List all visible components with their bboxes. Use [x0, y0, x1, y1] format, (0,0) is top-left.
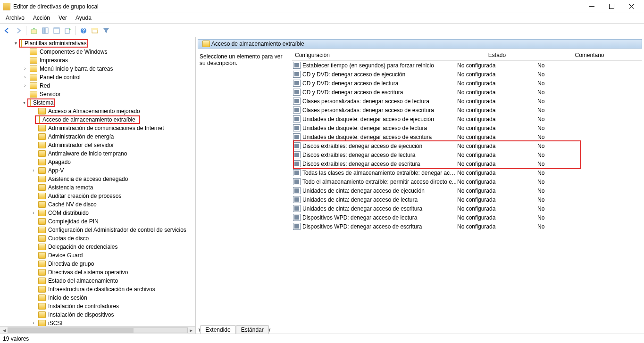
tab-estandar[interactable]: Estándar: [236, 325, 269, 334]
tree-item[interactable]: ▾Sistema: [0, 98, 195, 107]
cell-estado: No configurada: [457, 214, 537, 221]
details-header: Acceso de almacenamiento extraíble: [198, 39, 642, 49]
properties-button[interactable]: [51, 25, 62, 36]
tree-item[interactable]: Administración de energía: [0, 132, 195, 141]
tree-item[interactable]: Complejidad de PIN: [0, 217, 195, 226]
tree-item[interactable]: Configuración del Administrador de contr…: [0, 226, 195, 234]
tree-item[interactable]: Infraestructura de clasificación de arch…: [0, 285, 195, 294]
expand-icon[interactable]: ›: [30, 167, 37, 174]
tree-item[interactable]: Apagado: [0, 158, 195, 166]
forward-button[interactable]: [13, 25, 24, 36]
policy-icon: [293, 142, 301, 149]
col-configuracion[interactable]: Configuración: [292, 50, 457, 61]
policy-row[interactable]: Unidades de cinta: denegar acceso de lec…: [292, 195, 642, 204]
policy-row[interactable]: Todas las clases de almacenamiento extra…: [292, 168, 642, 177]
policy-row[interactable]: Discos extraíbles: denegar acceso de esc…: [292, 159, 642, 168]
tree-item[interactable]: Acceso de almacenamiento extraíble: [0, 115, 195, 124]
policy-icon: [293, 223, 301, 230]
policy-row[interactable]: CD y DVD: denegar acceso de escrituraNo …: [292, 88, 642, 97]
help-button[interactable]: ?: [78, 25, 89, 36]
back-button[interactable]: [2, 25, 12, 36]
expand-icon[interactable]: ›: [30, 320, 37, 326]
tree-item-label: Delegación de credenciales: [47, 244, 118, 250]
cell-estado: No configurada: [457, 179, 537, 185]
policy-row[interactable]: Unidades de cinta: denegar acceso de eje…: [292, 186, 642, 195]
tree-item[interactable]: Antimalware de inicio temprano: [0, 149, 195, 158]
tree-item[interactable]: ›Menú Inicio y barra de tareas: [0, 65, 195, 73]
close-button[interactable]: [621, 0, 641, 13]
menu-ayuda[interactable]: Ayuda: [72, 14, 95, 22]
minimize-button[interactable]: [582, 0, 602, 13]
filter-button[interactable]: [101, 25, 111, 36]
tree-item[interactable]: Directivas del sistema operativo: [0, 268, 195, 277]
tree-item[interactable]: Servidor: [0, 90, 195, 98]
tree-item[interactable]: Asistencia remota: [0, 183, 195, 192]
policy-row[interactable]: CD y DVD: denegar acceso de ejecuciónNo …: [292, 70, 642, 79]
cell-estado: No configurada: [457, 143, 537, 149]
tree[interactable]: ▾Plantillas administrativasComponentes d…: [0, 37, 195, 326]
tree-item[interactable]: Estado del almacenamiento: [0, 277, 195, 285]
policy-icon: [293, 205, 301, 212]
policy-row[interactable]: Unidades de disquete: denegar acceso de …: [292, 114, 642, 123]
policy-row[interactable]: Establecer tiempo (en segundos) para for…: [292, 61, 642, 70]
tree-item[interactable]: Inicio de sesión: [0, 294, 195, 302]
tree-item[interactable]: ›App-V: [0, 166, 195, 175]
tree-item[interactable]: Caché NV de disco: [0, 200, 195, 209]
expand-icon[interactable]: ›: [22, 65, 28, 72]
expand-icon[interactable]: ▾: [12, 40, 19, 47]
policy-row[interactable]: Unidades de disquete: denegar acceso de …: [292, 123, 642, 132]
policy-row[interactable]: Todo el almacenamiento extraíble: permit…: [292, 177, 642, 186]
expand-icon[interactable]: ›: [22, 82, 28, 89]
tree-item-label: Infraestructura de clasificación de arch…: [47, 286, 156, 293]
folder-icon: [38, 227, 46, 233]
tree-item[interactable]: Componentes de Windows: [0, 48, 195, 56]
menu-archivo[interactable]: Archivo: [2, 14, 28, 22]
tree-item[interactable]: Device Guard: [0, 251, 195, 260]
tree-item[interactable]: ›COM distribuido: [0, 209, 195, 217]
policy-row[interactable]: Dispositivos WPD: denegar acceso de lect…: [292, 213, 642, 222]
tree-item[interactable]: Instalación de dispositivos: [0, 310, 195, 319]
tree-item[interactable]: Directiva de grupo: [0, 260, 195, 268]
tab-extendido[interactable]: Extendido: [200, 325, 235, 334]
up-button[interactable]: [29, 25, 39, 36]
col-comentario[interactable]: Comentario: [537, 50, 642, 61]
policy-row[interactable]: Dispositivos WPD: denegar acceso de escr…: [292, 222, 642, 231]
tabstrip: \ Extendido ​ Estándar /: [196, 324, 644, 334]
policy-row[interactable]: Unidades de disquete: denegar acceso de …: [292, 132, 642, 141]
cell-configuracion: Todo el almacenamiento extraíble: permit…: [302, 179, 457, 185]
tree-item[interactable]: Auditar creación de procesos: [0, 192, 195, 200]
tree-item[interactable]: Administración de comunicaciones de Inte…: [0, 124, 195, 132]
expand-icon[interactable]: ▾: [21, 99, 27, 106]
tree-h-scroll[interactable]: ◂▸: [0, 326, 195, 334]
tree-item[interactable]: ▾Plantillas administrativas: [0, 39, 195, 48]
policy-icon: [293, 62, 301, 69]
tree-item[interactable]: ›Red: [0, 82, 195, 90]
policy-row[interactable]: CD y DVD: denegar acceso de lecturaNo co…: [292, 79, 642, 88]
tree-item[interactable]: Delegación de credenciales: [0, 243, 195, 251]
tree-item[interactable]: ›iSCSI: [0, 319, 195, 326]
tree-item[interactable]: ›Panel de control: [0, 73, 195, 82]
export-list-button[interactable]: [63, 25, 73, 36]
expand-icon[interactable]: ›: [22, 74, 28, 81]
expand-icon[interactable]: ›: [30, 210, 37, 216]
tree-item[interactable]: Administrador del servidor: [0, 141, 195, 149]
menu-ver[interactable]: Ver: [55, 14, 71, 22]
tree-item[interactable]: Impresoras: [0, 56, 195, 65]
col-estado[interactable]: Estado: [457, 50, 537, 61]
tree-item[interactable]: Asistencia de acceso denegado: [0, 175, 195, 183]
refresh-button[interactable]: [90, 25, 100, 36]
folder-icon: [38, 269, 46, 276]
tree-item[interactable]: Acceso a Almacenamiento mejorado: [0, 107, 195, 115]
policy-row[interactable]: Clases personalizadas: denegar acceso de…: [292, 97, 642, 106]
tree-item[interactable]: Instalación de controladores: [0, 302, 195, 310]
show-hide-console-tree-button[interactable]: [40, 25, 50, 36]
policy-row[interactable]: Discos extraíbles: denegar acceso de lec…: [292, 150, 642, 159]
policy-list[interactable]: Establecer tiempo (en segundos) para for…: [292, 61, 642, 324]
policy-row[interactable]: Clases personalizadas: denegar acceso de…: [292, 106, 642, 114]
policy-row[interactable]: Unidades de cinta: denegar acceso de esc…: [292, 204, 642, 213]
tree-item-label: Inicio de sesión: [47, 294, 88, 301]
tree-item[interactable]: Cuotas de disco: [0, 234, 195, 243]
menu-accion[interactable]: Acción: [29, 14, 54, 22]
policy-row[interactable]: Discos extraíbles: denegar acceso de eje…: [292, 141, 642, 150]
maximize-button[interactable]: [602, 0, 621, 13]
